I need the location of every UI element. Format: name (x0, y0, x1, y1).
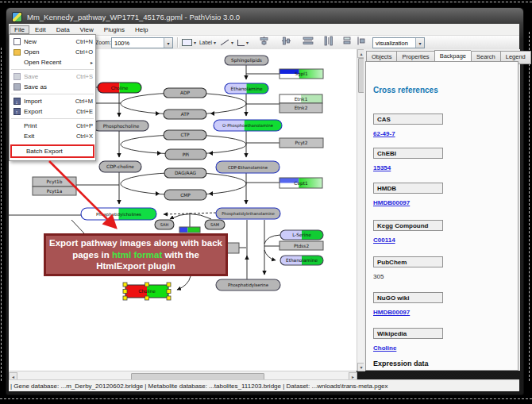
screenshot-edge-bottom (0, 398, 532, 399)
menu-item-shortcut: Ctrl+N (76, 38, 93, 45)
label-tool-button[interactable]: Label ▾ (199, 36, 216, 49)
section-title: CAS (373, 114, 443, 125)
menu-item-shortcut: Ctrl+O (75, 48, 93, 56)
menu-item-shortcut: Ctrl+X (76, 133, 93, 140)
label-tool-text: Label (199, 40, 212, 45)
menu-item-label: Open (24, 48, 75, 56)
menubar-item-file[interactable]: File (10, 25, 29, 34)
file-menu-item-batch-export[interactable]: Batch Export (12, 146, 93, 156)
menu-item-label: Import (24, 98, 75, 105)
file-menu-item-print[interactable]: PrintCtrl+P (10, 121, 95, 131)
menu-separator (11, 69, 94, 70)
section-title: HMDB (373, 183, 443, 194)
chevron-down-icon[interactable]: ▾ (246, 40, 249, 45)
zoom-value: 100% (112, 40, 164, 47)
visualization-dropdown-icon[interactable]: ▾ (415, 38, 424, 48)
file-menu-item-new[interactable]: NewCtrl+N (10, 37, 95, 47)
menubar-item-view[interactable]: View (75, 25, 98, 34)
section-value[interactable]: HMDB00097 (373, 309, 410, 316)
line-tool-button[interactable]: ▾ (220, 36, 233, 49)
backpage-panel: Cross references CAS62-49-7ChEBI15354HMD… (365, 61, 519, 371)
menu-item-shortcut: Ctrl+E (76, 108, 93, 115)
annotation-callout: Export pathway images along with back pa… (44, 233, 228, 276)
section-title: Wikipedia (373, 328, 443, 339)
title-bar[interactable]: Mm_Kennedy_pathway_WP1771_45176.gpml - P… (9, 10, 519, 24)
status-text: | Gene database: ...m_Derby_20120602.bri… (9, 383, 388, 390)
backpage-section-chebi: ChEBI15354 (373, 148, 508, 173)
export-icon: ↑ (13, 108, 21, 115)
zoom-dropdown-icon[interactable]: ▾ (164, 38, 172, 48)
connector-tool-button[interactable]: ▾ (237, 36, 249, 49)
menu-separator (11, 118, 94, 119)
file-menu-item-save-as[interactable]: Save as (10, 82, 95, 92)
menu-item-label: Export (24, 108, 76, 115)
file-menu-item-exit[interactable]: ExitCtrl+X (10, 131, 95, 141)
section-title: PubChem (373, 256, 443, 267)
section-value: 305 (373, 273, 384, 280)
stack-horizontal-icon (357, 36, 366, 46)
visualization-combobox[interactable]: visualization ▾ (372, 37, 425, 48)
new-document-icon (13, 38, 21, 45)
section-value[interactable]: HMDB00097 (373, 199, 410, 206)
distribute-vertical-icon (323, 36, 334, 46)
batch-export-highlight-box: Batch Export (10, 144, 94, 158)
backpage-section-kegg-compound: Kegg CompoundC00114 (373, 220, 508, 245)
connector-tool-icon (237, 40, 245, 46)
section-title: Kegg Compound (373, 220, 443, 231)
file-menu-item-export[interactable]: ↑ExportCtrl+E (10, 106, 95, 117)
file-menu-item-open-recent[interactable]: Open Recent▸ (10, 57, 95, 67)
chevron-down-icon[interactable]: ▾ (231, 40, 233, 45)
toolbar-separator (177, 37, 179, 48)
backpage-section-cas: CAS62-49-7 (373, 114, 508, 139)
gene-datanode-tool-button[interactable]: ▾ (182, 36, 196, 49)
zoom-combobox[interactable]: 100% ▾ (111, 37, 173, 48)
line-tool-icon (221, 40, 229, 46)
import-icon: ↓ (13, 98, 21, 105)
chevron-down-icon[interactable]: ▾ (194, 40, 196, 45)
section-value[interactable]: Choline (373, 344, 396, 352)
menubar-item-plugins[interactable]: Plugins (99, 25, 129, 34)
menu-item-label: Save as (24, 83, 93, 90)
screenshot-edge-left (1, 48, 2, 381)
window-title: Mm_Kennedy_pathway_WP1771_45176.gpml - P… (27, 13, 240, 21)
side-panel: ObjectsPropertiesBackpageSearchLegend Cr… (364, 49, 520, 371)
expression-data-heading: Expression data (373, 360, 429, 367)
chevron-down-icon[interactable]: ▾ (214, 40, 216, 45)
menu-item-shortcut: Ctrl+M (75, 98, 93, 105)
visualization-value: visualization (373, 40, 415, 47)
menubar-item-help[interactable]: Help (130, 25, 152, 34)
open-folder-icon (13, 49, 21, 56)
menu-item-label: Print (24, 122, 76, 129)
menu-separator (11, 94, 94, 94)
submenu-arrow-icon: ▸ (91, 60, 93, 65)
menubar-item-data[interactable]: Data (52, 25, 75, 34)
file-menu-popup: NewCtrl+NOpenCtrl+OOpen Recent▸SaveCtrl+… (9, 34, 96, 161)
gene-datanode-icon (182, 39, 192, 46)
backpage-section-wikipedia: WikipediaCholine (373, 328, 508, 353)
section-title: ChEBI (373, 148, 443, 159)
annotation-highlight: html format (112, 250, 162, 260)
screenshot-edge-right (529, 32, 530, 381)
file-menu-item-import[interactable]: ↓ImportCtrl+M (10, 96, 95, 106)
section-value[interactable]: C00114 (373, 237, 395, 244)
menu-item-label: Open Recent (24, 59, 91, 66)
zoom-label: Zoom: (95, 36, 111, 49)
save-icon (13, 73, 21, 80)
section-value[interactable]: 62-49-7 (373, 130, 395, 137)
backpage-section-pubchem: PubChem305 (373, 256, 508, 282)
backpage-section-hmdb: HMDBHMDB00097 (373, 183, 508, 208)
menubar-item-edit[interactable]: Edit (30, 25, 51, 34)
menu-item-label: Exit (24, 133, 76, 140)
menu-item-label: New (24, 38, 76, 45)
status-bar: | Gene database: ...m_Derby_20120602.bri… (9, 379, 519, 391)
file-menu-item-save[interactable]: SaveCtrl+S (10, 71, 95, 82)
menu-item-label: Batch Export (26, 148, 91, 155)
backpage-section-nugo-wiki: NuGO wikiHMDB00097 (373, 292, 508, 317)
menu-item-shortcut: Ctrl+S (76, 73, 93, 80)
file-menu-item-open[interactable]: OpenCtrl+O (10, 47, 95, 57)
section-value[interactable]: 15354 (373, 164, 391, 171)
saveas-icon (13, 83, 21, 90)
distribute-horizontal-icon (303, 36, 314, 46)
app-icon (12, 12, 22, 22)
align-middle-icon (281, 36, 291, 46)
